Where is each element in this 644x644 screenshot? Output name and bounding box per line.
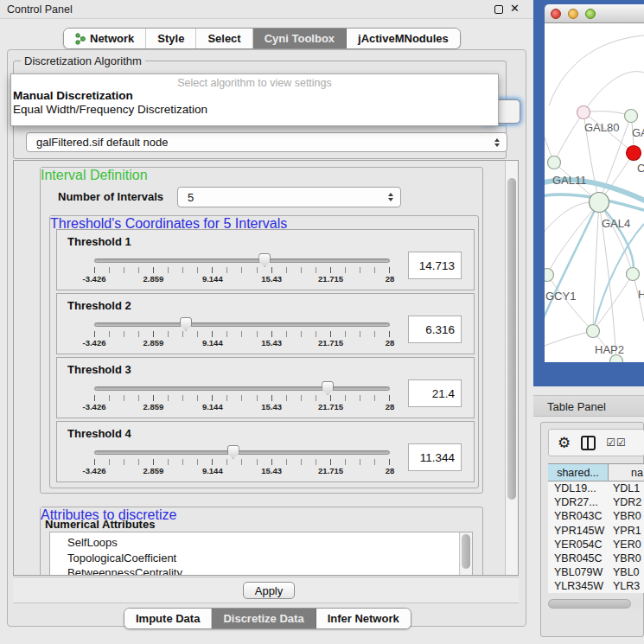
table-row[interactable]: YPR145WYPR1 xyxy=(548,524,644,538)
close-traffic-light-icon[interactable] xyxy=(551,9,561,19)
checkbox-icons[interactable]: ☑☑ xyxy=(606,437,627,449)
threshold-1-value[interactable]: 14.713 xyxy=(408,252,462,279)
table-panel-title: Table Panel xyxy=(547,400,606,413)
apply-bar: Apply xyxy=(13,577,519,603)
table-row[interactable]: YDR27...YDR2 xyxy=(548,495,644,509)
column-header-shared-name[interactable]: shared... xyxy=(548,464,609,481)
discretization-algorithm-title: Discretization Algorithm xyxy=(21,54,145,67)
thresholds-group: Threshold's Coordinates for 5 Intervals … xyxy=(49,215,479,488)
apply-button[interactable]: Apply xyxy=(243,582,295,599)
table-row[interactable]: YLR345WYLR3 xyxy=(548,579,644,593)
list-item[interactable]: TopologicalCoefficient xyxy=(50,551,472,566)
node-hap2 xyxy=(587,325,600,338)
algorithm-dropdown-popup: Select algorithm to view settings Manual… xyxy=(10,73,499,126)
slider-tick-labels: -3.426 2.859 9.144 15.43 21.715 28 xyxy=(94,338,390,348)
table-row[interactable]: YBL079WYBL0 xyxy=(548,565,644,579)
zoom-traffic-light-icon[interactable] xyxy=(585,9,596,19)
slider-tick-labels: -3.426 2.859 9.144 15.43 21.715 28 xyxy=(94,466,390,476)
combo-spinner-icon xyxy=(494,138,500,147)
numerical-attributes-label: Numerical Attributes xyxy=(45,518,155,531)
slider-ticks xyxy=(94,331,390,337)
threshold-1-label: Threshold 1 xyxy=(67,235,131,248)
threshold-3-label: Threshold 3 xyxy=(67,363,131,376)
numerical-attributes-list[interactable]: SelfLoops TopologicalCoefficient Between… xyxy=(49,532,473,576)
cyni-toolbox-panel: Discretization Algorithm Table Data galF… xyxy=(7,49,526,627)
table-row[interactable]: YBR043CYBR0 xyxy=(548,509,644,523)
table-row[interactable]: YDL19...YDL1 xyxy=(548,481,644,495)
slider-ticks xyxy=(94,395,390,401)
number-of-intervals-combo[interactable]: 5 xyxy=(177,187,401,207)
threshold-4-value[interactable]: 11.344 xyxy=(408,443,462,471)
threshold-2-label: Threshold 2 xyxy=(67,299,131,312)
number-of-intervals-value: 5 xyxy=(178,191,194,204)
svg-text:H: H xyxy=(638,288,644,301)
columns-icon[interactable] xyxy=(581,436,596,450)
attributes-to-discretize-group: Attributes to discretize Numerical Attri… xyxy=(40,507,483,576)
list-item[interactable]: SelfLoops xyxy=(50,532,472,551)
minimize-traffic-light-icon[interactable] xyxy=(568,9,578,19)
table-row[interactable]: YER054CYER0 xyxy=(548,538,644,552)
table-panel-titlebar: Table Panel xyxy=(533,395,644,417)
combo-spinner-icon xyxy=(388,193,393,201)
node-partial-right xyxy=(627,268,640,281)
top-tab-strip: Network Style Select Cyni Toolbox jActiv… xyxy=(63,28,461,49)
svg-text:HAP2: HAP2 xyxy=(595,343,624,356)
settings-scrollbar[interactable] xyxy=(505,161,518,575)
slider-thumb[interactable] xyxy=(180,317,192,331)
slider-track[interactable] xyxy=(94,258,390,263)
table-panel-toolbar: ⚙ ☑☑ xyxy=(548,429,644,456)
node-gal80 xyxy=(577,106,590,119)
settings-scrollpane: Interval Definition Number of Intervals … xyxy=(13,160,519,576)
list-item[interactable]: BetweennessCentrality xyxy=(50,565,472,576)
slider-track[interactable] xyxy=(94,322,390,327)
threshold-1-slider[interactable]: -3.426 2.859 9.144 15.43 21.715 28 xyxy=(94,256,390,289)
slider-ticks xyxy=(94,459,390,465)
table-data-value: galFiltered.sif default node xyxy=(27,136,168,149)
svg-text:C: C xyxy=(637,162,644,175)
svg-text:GCY1: GCY1 xyxy=(545,290,576,303)
tab-style[interactable]: Style xyxy=(146,29,196,48)
threshold-4-panel: Threshold 4 -3.426 2.859 9.144 15.43 21.… xyxy=(56,421,475,482)
tab-network[interactable]: Network xyxy=(64,29,146,48)
screen: Control Panel ✕ Network Style Select Cyn… xyxy=(0,0,644,644)
float-window-icon[interactable] xyxy=(494,5,503,14)
tab-impute-data[interactable]: Impute Data xyxy=(124,609,212,628)
slider-tick-labels: -3.426 2.859 9.144 15.43 21.715 28 xyxy=(94,274,390,284)
node-table: shared... na YDL19...YDL1 YDR27...YDR2 Y… xyxy=(548,463,644,593)
tab-network-label: Network xyxy=(90,32,134,45)
threshold-3-slider[interactable]: -3.426 2.859 9.144 15.43 21.715 28 xyxy=(94,384,390,417)
network-canvas[interactable]: GAL80 GA C GAL11 GAL4 GCY1 H HAP2 xyxy=(545,23,644,362)
svg-text:GAL80: GAL80 xyxy=(584,121,619,134)
interval-definition-group: Interval Definition Number of Intervals … xyxy=(40,167,483,494)
slider-track[interactable] xyxy=(94,450,390,455)
column-header-name[interactable]: na xyxy=(609,464,644,481)
slider-track[interactable] xyxy=(94,386,390,391)
tab-infer-network[interactable]: Infer Network xyxy=(316,609,411,628)
tab-cyni-toolbox[interactable]: Cyni Toolbox xyxy=(253,29,347,48)
network-window: GAL80 GA C GAL11 GAL4 GCY1 H HAP2 xyxy=(545,4,644,362)
svg-text:GAL11: GAL11 xyxy=(552,174,587,187)
threshold-3-value[interactable]: 21.4 xyxy=(408,379,462,407)
threshold-2-panel: Threshold 2 -3.426 2.859 9.144 15.43 21.… xyxy=(56,293,475,354)
tab-select[interactable]: Select xyxy=(196,29,252,48)
gear-icon[interactable]: ⚙ xyxy=(558,436,571,450)
threshold-2-slider[interactable]: -3.426 2.859 9.144 15.43 21.715 28 xyxy=(94,320,390,353)
threshold-4-slider[interactable]: -3.426 2.859 9.144 15.43 21.715 28 xyxy=(94,448,390,481)
slider-thumb[interactable] xyxy=(227,445,239,459)
table-row[interactable]: YBR045CYBR0 xyxy=(548,552,644,565)
algorithm-hint: Select algorithm to view settings xyxy=(11,77,498,89)
tab-jactivemnodules[interactable]: jActiveMNodules xyxy=(347,29,460,48)
popup-option-manual-discretization[interactable]: Manual Discretization xyxy=(11,89,498,103)
table-data-combo[interactable]: galFiltered.sif default node xyxy=(26,132,507,152)
list-scrollbar[interactable] xyxy=(459,532,472,576)
network-view-frame: GAL80 GA C GAL11 GAL4 GCY1 H HAP2 xyxy=(533,0,644,386)
slider-thumb[interactable] xyxy=(322,381,334,395)
table-horizontal-scrollbar[interactable] xyxy=(548,599,643,609)
slider-thumb[interactable] xyxy=(258,253,271,267)
tab-discretize-data[interactable]: Discretize Data xyxy=(212,609,316,628)
close-icon[interactable]: ✕ xyxy=(510,2,520,15)
popup-option-equal-width-frequency[interactable]: Equal Width/Frequency Discretization xyxy=(11,103,498,117)
threshold-1-panel: Threshold 1 -3.426 2.859 9.144 15.43 21.… xyxy=(56,229,475,290)
panel-title: Control Panel xyxy=(7,3,73,16)
threshold-2-value[interactable]: 6.316 xyxy=(408,316,462,343)
